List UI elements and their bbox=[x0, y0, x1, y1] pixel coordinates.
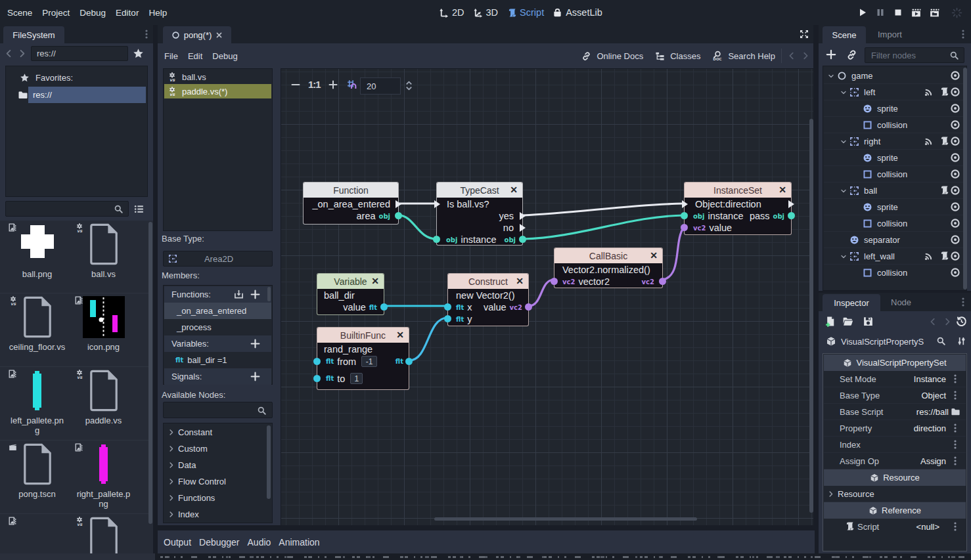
add-signal-icon[interactable] bbox=[250, 371, 261, 382]
exec-in-port[interactable] bbox=[682, 200, 688, 208]
scene-node-sprite[interactable]: sprite bbox=[824, 150, 966, 166]
online-docs-button[interactable]: Online Docs bbox=[597, 51, 643, 61]
fs-back-button[interactable] bbox=[4, 49, 14, 58]
menu-editor[interactable]: Editor bbox=[111, 8, 144, 18]
graph-node-callbasic[interactable]: CallBasic✕ Vector2.normalized() vc2vecto… bbox=[554, 248, 663, 288]
file-item-ball-png[interactable]: ball.png bbox=[4, 221, 70, 293]
visibility-eye-icon[interactable] bbox=[950, 119, 960, 130]
classes-button[interactable]: Classes bbox=[670, 51, 700, 61]
property-row-index[interactable]: Index bbox=[824, 437, 966, 453]
play-scene-button[interactable] bbox=[911, 7, 922, 18]
graph-node-instanceset[interactable]: InstanceSet✕ Object:direction objinstanc… bbox=[684, 182, 792, 235]
save-resource-icon[interactable] bbox=[863, 316, 874, 327]
property-row-property[interactable]: Property direction bbox=[824, 420, 966, 437]
visibility-eye-icon[interactable] bbox=[950, 87, 960, 97]
file-item-icon-png[interactable]: icon.png bbox=[70, 294, 137, 366]
scene-node-sprite[interactable]: sprite bbox=[824, 199, 966, 215]
graph-node-function[interactable]: Function _on_area_entered areaobj bbox=[303, 182, 399, 225]
rows-value-label[interactable]: direction bbox=[914, 423, 946, 433]
members-scrollbar[interactable] bbox=[267, 287, 271, 301]
instance-scene-button[interactable] bbox=[846, 49, 857, 60]
node-category-index[interactable]: Index bbox=[164, 506, 271, 523]
close-node-icon[interactable]: ✕ bbox=[371, 276, 380, 286]
visibility-eye-icon[interactable] bbox=[950, 103, 960, 114]
property-row-script[interactable]: Script <null> bbox=[824, 519, 966, 535]
from-value-input[interactable]: -1 bbox=[361, 356, 377, 367]
node-category-data[interactable]: Data bbox=[164, 457, 271, 473]
property-menu-dots-icon[interactable] bbox=[950, 439, 960, 450]
fs-view-toggle-button[interactable] bbox=[133, 204, 145, 215]
scene-node-left[interactable]: left bbox=[824, 84, 966, 100]
visibility-eye-icon[interactable] bbox=[950, 136, 960, 146]
history-forward-icon[interactable] bbox=[943, 317, 952, 326]
nodes-search-input[interactable] bbox=[163, 402, 273, 418]
obj-out-port[interactable] bbox=[788, 212, 795, 219]
history-back-icon[interactable] bbox=[928, 317, 937, 326]
graph-node-builtinfunc[interactable]: BuiltinFunc✕ rand_range fltfrom-1 flt fl… bbox=[317, 327, 409, 390]
vec2-in-port[interactable] bbox=[681, 224, 688, 231]
to-value-input[interactable]: 1 bbox=[350, 373, 363, 384]
graph-vscrollbar[interactable] bbox=[809, 119, 813, 513]
signal-connection-icon[interactable] bbox=[924, 87, 934, 97]
bottom-tab-output[interactable]: Output bbox=[164, 537, 191, 548]
rows-value-label[interactable]: Object bbox=[921, 391, 946, 400]
fs-grid-scrollbar[interactable] bbox=[148, 222, 152, 524]
chevron-down-icon[interactable] bbox=[840, 187, 847, 195]
object-history-icon[interactable] bbox=[956, 316, 967, 327]
float-out-port[interactable] bbox=[405, 358, 413, 365]
exec-out-port-no[interactable] bbox=[520, 224, 526, 232]
node-header[interactable]: BuiltinFunc✕ bbox=[317, 328, 409, 343]
scene-node-separator[interactable]: separator bbox=[824, 232, 966, 248]
float-in-port-x[interactable] bbox=[444, 303, 451, 311]
script-item-ball[interactable]: ball.vs bbox=[164, 70, 271, 84]
vec2-out-port[interactable] bbox=[525, 303, 532, 311]
node-category-flow-control[interactable]: Flow Control bbox=[164, 473, 271, 490]
tab-pong-script[interactable]: pong(*) bbox=[163, 26, 231, 43]
visibility-eye-icon[interactable] bbox=[950, 267, 960, 278]
scene-node-collision[interactable]: collision bbox=[824, 117, 966, 133]
load-resource-folder-icon[interactable] bbox=[842, 316, 853, 327]
file-item-paddle-vs[interactable]: paddle.vs bbox=[70, 368, 137, 440]
tab-node[interactable]: Node bbox=[891, 297, 911, 307]
search-help-button[interactable]: Search Help bbox=[728, 51, 775, 61]
visibility-eye-icon[interactable] bbox=[950, 202, 960, 212]
vec2-out-port[interactable] bbox=[659, 278, 666, 285]
tab-scene[interactable]: Scene bbox=[823, 26, 866, 43]
script-item-paddle-selected[interactable]: paddle.vs(*) bbox=[164, 84, 271, 98]
visibility-eye-icon[interactable] bbox=[950, 152, 960, 163]
script-history-forward-icon[interactable] bbox=[801, 51, 810, 60]
scene-menu-dots-icon[interactable] bbox=[958, 29, 968, 39]
close-node-icon[interactable]: ✕ bbox=[515, 276, 524, 286]
property-row-base-script[interactable]: Base Script res://ball bbox=[824, 404, 966, 420]
obj-out-port[interactable] bbox=[395, 212, 402, 219]
file-item-ball-vs[interactable]: ball.vs bbox=[70, 221, 137, 293]
obj-in-port[interactable] bbox=[681, 212, 688, 219]
rows-value-label[interactable]: Assign bbox=[920, 456, 946, 466]
property-menu-dots-icon[interactable] bbox=[950, 390, 960, 400]
filter-nodes-input[interactable]: Filter nodes bbox=[865, 47, 964, 63]
attached-script-icon[interactable] bbox=[939, 251, 949, 261]
inspector-search-icon[interactable] bbox=[936, 336, 946, 346]
folder-icon[interactable] bbox=[951, 407, 960, 417]
fs-search-input[interactable] bbox=[5, 201, 129, 217]
node-category-functions[interactable]: Functions bbox=[164, 490, 271, 506]
tab-inspector[interactable]: Inspector bbox=[823, 294, 880, 311]
new-resource-icon[interactable] bbox=[825, 316, 836, 327]
fs-favorites-row[interactable]: Favorites: bbox=[7, 70, 147, 86]
visibility-eye-icon[interactable] bbox=[950, 185, 960, 196]
member-variable[interactable]: flt ball_dir =1 bbox=[164, 352, 271, 368]
attached-script-icon[interactable] bbox=[939, 136, 949, 146]
exec-in-port[interactable] bbox=[434, 200, 440, 208]
visibility-eye-icon[interactable] bbox=[950, 218, 960, 228]
distraction-free-icon[interactable] bbox=[799, 29, 809, 39]
property-menu-dots-icon[interactable] bbox=[950, 423, 960, 433]
resource-expand-row[interactable]: Resource bbox=[824, 486, 966, 502]
property-row-base-type[interactable]: Base Type Object bbox=[824, 387, 966, 404]
script-menu-debug[interactable]: Debug bbox=[212, 51, 237, 61]
workspace-assetlib-button[interactable]: AssetLib bbox=[553, 7, 602, 18]
file-item-left-pallete-png[interactable]: left_pallete.png bbox=[4, 368, 70, 440]
node-header[interactable]: InstanceSet✕ bbox=[685, 183, 791, 198]
script-menu-edit[interactable]: Edit bbox=[188, 51, 202, 61]
menu-project[interactable]: Project bbox=[37, 8, 75, 18]
graph-node-typecast[interactable]: TypeCast✕ Is ball.vs? yes no objinstance… bbox=[436, 182, 523, 246]
